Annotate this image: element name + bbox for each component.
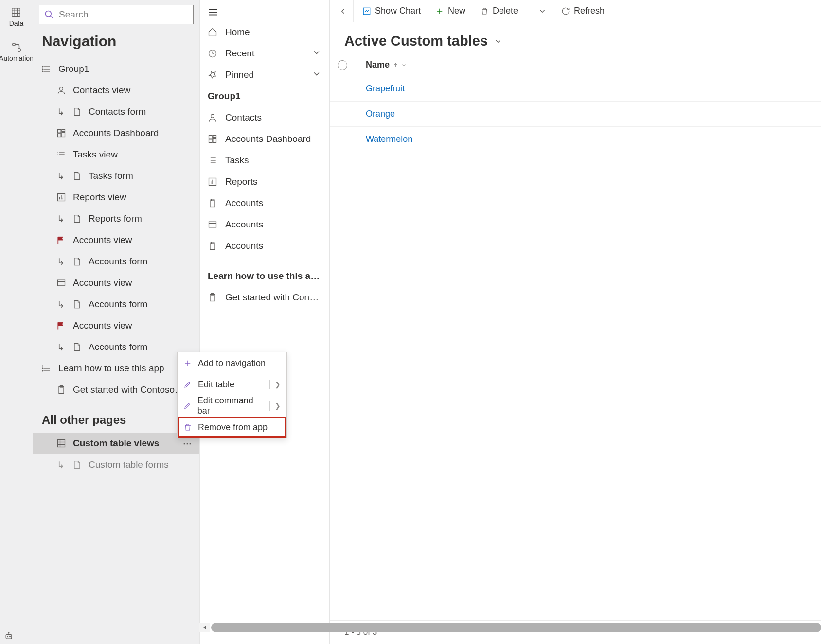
tree-item-tasks-view[interactable]: Tasks view — [33, 144, 199, 165]
tree-item-accounts-view-3[interactable]: Accounts view — [33, 315, 199, 336]
chevron-right-icon: ❯ — [269, 401, 281, 411]
svg-rect-31 — [58, 280, 65, 286]
search-input[interactable] — [59, 9, 188, 20]
trash-icon — [183, 423, 192, 432]
sitemap-item-pinned[interactable]: Pinned — [202, 64, 327, 86]
refresh-button[interactable]: Refresh — [555, 0, 610, 22]
svg-rect-18 — [62, 132, 65, 137]
sitemap-label: Learn how to use this app — [208, 271, 321, 281]
tree-item-contacts-form[interactable]: ↳ Contacts form — [33, 101, 199, 122]
tree-label: Learn how to use this app — [58, 363, 164, 374]
context-remove-from-app[interactable]: Remove from app — [178, 417, 286, 438]
leftbar-label: Automation — [0, 54, 34, 62]
scroll-left-arrow[interactable] — [199, 623, 210, 632]
chevron-right-icon: ❯ — [269, 380, 281, 389]
hamburger-icon — [208, 7, 218, 17]
plus-icon — [435, 7, 444, 16]
window-icon — [208, 220, 217, 229]
tree-item-reports-view[interactable]: Reports view — [33, 187, 199, 208]
tree-group-group1[interactable]: Group1 — [33, 58, 199, 80]
tree-group-learn[interactable]: Learn how to use this app — [33, 358, 199, 379]
tree-item-accounts-form-2[interactable]: ↳ Accounts form — [33, 294, 199, 315]
context-edit-command-bar[interactable]: Edit command bar ❯ — [178, 395, 286, 417]
svg-point-50 — [211, 114, 214, 118]
select-all-checkbox[interactable] — [338, 60, 347, 70]
sitemap-label: Group1 — [208, 91, 241, 102]
tree-item-accounts-form-1[interactable]: ↳ Accounts form — [33, 251, 199, 272]
table-row[interactable]: Watermelon — [330, 127, 821, 152]
delete-button[interactable]: Delete — [474, 0, 524, 22]
view-selector[interactable]: Active Custom tables — [330, 22, 821, 54]
scroll-thumb[interactable] — [211, 623, 821, 632]
scroll-track[interactable] — [211, 623, 821, 632]
search-box[interactable] — [39, 5, 194, 24]
tree-label: Accounts view — [73, 320, 132, 331]
trash-icon — [480, 7, 489, 16]
tree-item-accounts-form-3[interactable]: ↳ Accounts form — [33, 336, 199, 358]
sitemap-item-home[interactable]: Home — [202, 21, 327, 43]
sitemap-item-accounts-3[interactable]: Accounts — [202, 235, 327, 257]
clipboard-icon — [56, 385, 66, 395]
sitemap-item-recent[interactable]: Recent — [202, 43, 327, 64]
tree-item-get-started[interactable]: Get started with Contoso… — [33, 379, 199, 400]
sitemap-item-accounts-dashboard[interactable]: Accounts Dashboard — [202, 128, 327, 150]
table-row[interactable]: Grapefruit — [330, 76, 821, 102]
copilot-button[interactable] — [4, 631, 14, 643]
back-button[interactable] — [333, 0, 354, 22]
record-link[interactable]: Grapefruit — [358, 84, 405, 94]
more-options-icon[interactable]: ⋯ — [183, 438, 193, 449]
tree-item-accounts-dashboard[interactable]: Accounts Dashboard — [33, 122, 199, 144]
leftbar-item-automation[interactable]: Automation — [0, 42, 34, 62]
tree-item-custom-table-forms[interactable]: ↳ Custom table forms — [33, 454, 199, 475]
column-header-name[interactable]: Name — [358, 60, 407, 70]
hamburger-button[interactable] — [202, 4, 327, 21]
record-link[interactable]: Watermelon — [358, 134, 412, 144]
show-chart-button[interactable]: Show Chart — [357, 0, 427, 22]
flag-icon — [56, 321, 66, 331]
horizontal-scrollbar[interactable] — [199, 623, 821, 632]
subitem-icon: ↳ — [56, 459, 65, 470]
svg-marker-76 — [203, 626, 206, 629]
tree-item-contacts-view[interactable]: Contacts view — [33, 80, 199, 101]
svg-point-38 — [42, 368, 43, 369]
svg-point-7 — [46, 11, 52, 17]
sitemap-item-contacts[interactable]: Contacts — [202, 107, 327, 128]
dashboard-icon — [208, 134, 217, 144]
context-edit-table[interactable]: Edit table ❯ — [178, 374, 286, 395]
tree-label: Contacts form — [89, 106, 146, 117]
context-label: Edit table — [198, 380, 234, 390]
chart-icon — [56, 192, 66, 202]
delete-dropdown[interactable] — [532, 0, 553, 22]
leftbar-item-data[interactable]: Data — [9, 7, 24, 27]
sitemap-item-get-started[interactable]: Get started with Con… — [202, 287, 327, 308]
command-divider — [528, 5, 528, 17]
tree-item-accounts-view-2[interactable]: Accounts view — [33, 272, 199, 294]
pencil-icon — [183, 401, 192, 410]
tree-item-custom-table-views[interactable]: Custom table views ⋯ — [33, 433, 199, 454]
table-row[interactable]: Orange — [330, 102, 821, 127]
chevron-down-icon — [312, 48, 321, 60]
context-add-to-navigation[interactable]: Add to navigation — [178, 352, 286, 374]
sitemap-item-tasks[interactable]: Tasks — [202, 150, 327, 171]
sitemap-label: Contacts — [225, 112, 262, 123]
chart-icon — [208, 177, 217, 187]
svg-rect-19 — [58, 134, 61, 137]
tree-label: Accounts form — [89, 342, 147, 352]
tree-item-reports-form[interactable]: ↳ Reports form — [33, 208, 199, 229]
all-other-pages-header: All other pages — [33, 400, 199, 433]
sitemap-item-reports[interactable]: Reports — [202, 171, 327, 192]
tree-label: Tasks form — [89, 171, 133, 181]
context-label: Add to navigation — [198, 358, 266, 368]
sitemap-item-accounts-2[interactable]: Accounts — [202, 214, 327, 235]
person-icon — [56, 86, 66, 95]
sitemap-item-accounts-1[interactable]: Accounts — [202, 192, 327, 214]
flag-icon — [56, 235, 66, 245]
record-link[interactable]: Orange — [358, 109, 395, 119]
tree-item-accounts-view-1[interactable]: Accounts view — [33, 229, 199, 251]
tree-item-tasks-form[interactable]: ↳ Tasks form — [33, 165, 199, 187]
new-button[interactable]: New — [429, 0, 471, 22]
sitemap-label: Accounts — [225, 198, 263, 209]
tree-label: Accounts view — [73, 278, 132, 288]
svg-rect-53 — [213, 138, 216, 142]
tree-label: Accounts form — [89, 299, 147, 310]
